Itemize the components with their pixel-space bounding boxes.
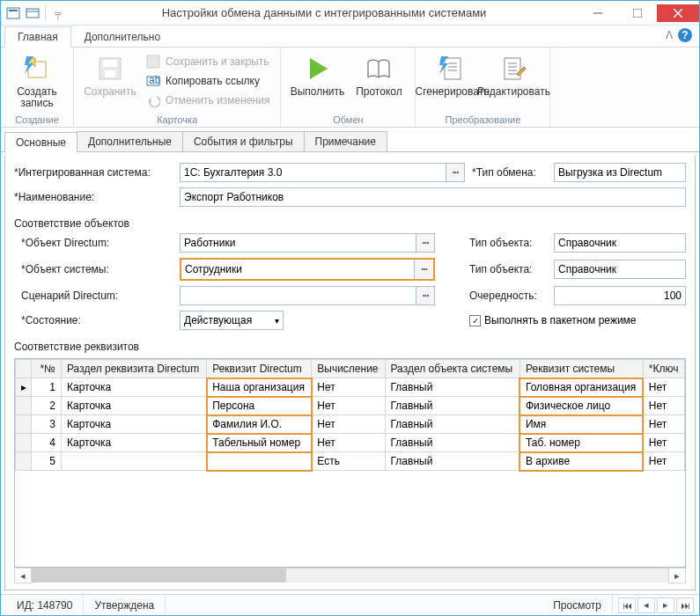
cell-key[interactable]: Нет bbox=[643, 434, 684, 452]
copy-link-icon: abc bbox=[146, 74, 160, 88]
nav-first-button[interactable]: ⏮ bbox=[618, 598, 636, 613]
cell-calc[interactable]: Нет bbox=[312, 434, 385, 452]
name-field[interactable]: Экспорт Работников bbox=[180, 187, 686, 207]
cell-req-directum[interactable] bbox=[207, 452, 312, 471]
col-section[interactable]: Раздел реквизита Directum bbox=[62, 360, 207, 378]
help-icon[interactable]: ? bbox=[678, 28, 692, 42]
object-type1-field[interactable]: Справочник bbox=[554, 233, 686, 253]
system-object-lookup-button[interactable]: ··· bbox=[414, 260, 433, 279]
nav-next-button[interactable]: ▸ bbox=[657, 598, 674, 613]
cell-section[interactable]: Карточка bbox=[62, 415, 207, 434]
edit-button[interactable]: Редактировать bbox=[483, 51, 544, 101]
status-id: ИД: 148790 bbox=[6, 595, 84, 615]
col-num[interactable]: *№ bbox=[32, 360, 62, 378]
integrated-system-field[interactable]: 1С: Бухгалтерия 3.0 bbox=[180, 163, 446, 182]
table-row[interactable]: 2КарточкаПерсонаНетГлавныйФизическое лиц… bbox=[16, 397, 685, 415]
table-row[interactable]: 5ЕстьГлавныйВ архивеНет bbox=[16, 452, 685, 471]
cell-sys-req[interactable]: В архиве bbox=[519, 452, 643, 471]
directum-scenario-field[interactable] bbox=[180, 286, 416, 305]
protocol-button[interactable]: Протокол bbox=[348, 51, 409, 101]
order-field[interactable]: 100 bbox=[554, 286, 686, 305]
table-row[interactable]: 4КарточкаТабельный номерНетГлавныйТаб. н… bbox=[16, 434, 685, 452]
page-tab-main[interactable]: Основные bbox=[4, 132, 77, 152]
cell-req-directum[interactable]: Табельный номер bbox=[207, 434, 312, 452]
directum-scenario-label: Сценарий Directum: bbox=[21, 290, 173, 302]
cell-sys-req[interactable]: Имя bbox=[519, 415, 643, 434]
page-tab-note[interactable]: Примечание bbox=[304, 131, 387, 151]
system-object-label: *Объект системы: bbox=[21, 263, 173, 275]
cell-sys-section[interactable]: Главный bbox=[385, 378, 519, 397]
cell-section[interactable] bbox=[62, 452, 207, 471]
ribbon-tab-extra[interactable]: Дополнительно bbox=[71, 26, 173, 47]
cell-num[interactable]: 1 bbox=[32, 378, 62, 397]
directum-object-field[interactable]: Работники bbox=[180, 233, 416, 253]
req-table: *№ Раздел реквизита Directum Реквизит Di… bbox=[15, 359, 685, 471]
cell-key[interactable]: Нет bbox=[643, 415, 684, 434]
cell-sys-req[interactable]: Физическое лицо bbox=[519, 397, 643, 415]
batch-mode-checkbox[interactable]: ✓ Выполнять в пакетном режиме bbox=[469, 314, 686, 326]
execute-button[interactable]: Выполнить bbox=[286, 51, 348, 101]
nav-prev-button[interactable]: ◂ bbox=[637, 598, 655, 613]
cell-req-directum[interactable]: Наша организация bbox=[207, 378, 312, 397]
page-tab-events[interactable]: События и фильтры bbox=[182, 131, 305, 151]
cell-section[interactable]: Карточка bbox=[62, 434, 207, 452]
copy-link-button[interactable]: abcКопировать ссылку bbox=[144, 72, 271, 90]
ribbon-tab-main[interactable]: Главная bbox=[4, 26, 71, 48]
horizontal-scrollbar[interactable]: ◂ ▸ bbox=[14, 568, 686, 583]
minimize-button[interactable] bbox=[578, 4, 617, 22]
close-button[interactable] bbox=[657, 4, 699, 22]
book-icon bbox=[365, 55, 393, 83]
directum-scenario-lookup-button[interactable]: ··· bbox=[416, 286, 435, 305]
scroll-left-button[interactable]: ◂ bbox=[14, 568, 32, 583]
cell-sys-section[interactable]: Главный bbox=[385, 452, 519, 471]
system-object-field[interactable]: Сотрудники bbox=[181, 260, 414, 279]
cell-section[interactable]: Карточка bbox=[62, 397, 207, 415]
cell-sys-section[interactable]: Главный bbox=[385, 397, 519, 415]
scroll-right-button[interactable]: ▸ bbox=[668, 568, 686, 583]
col-sys-section[interactable]: Раздел объекта системы bbox=[385, 360, 519, 378]
table-row[interactable]: 3КарточкаФамилия И.О.НетГлавныйИмяНет bbox=[16, 415, 685, 434]
col-key[interactable]: *Ключ bbox=[643, 360, 684, 378]
cell-num[interactable]: 5 bbox=[32, 452, 62, 471]
cell-calc[interactable]: Нет bbox=[312, 378, 385, 397]
cell-sys-req[interactable]: Головная организация bbox=[519, 378, 643, 397]
cell-num[interactable]: 2 bbox=[32, 397, 62, 415]
cell-calc[interactable]: Нет bbox=[312, 397, 385, 415]
save-button[interactable]: Сохранить bbox=[79, 51, 141, 101]
cell-num[interactable]: 4 bbox=[32, 434, 62, 452]
svg-rect-25 bbox=[505, 58, 520, 79]
cell-req-directum[interactable]: Персона bbox=[207, 397, 312, 415]
generate-button[interactable]: Сгенерировать bbox=[421, 51, 483, 101]
col-calc[interactable]: Вычисление bbox=[312, 360, 385, 378]
qat-card-icon[interactable] bbox=[26, 6, 40, 20]
cell-num[interactable]: 3 bbox=[32, 415, 62, 434]
cell-calc[interactable]: Есть bbox=[312, 452, 385, 471]
col-req-directum[interactable]: Реквизит Directum bbox=[207, 360, 312, 378]
exchange-type-field[interactable]: Выгрузка из Directum bbox=[554, 163, 686, 182]
cell-calc[interactable]: Нет bbox=[312, 415, 385, 434]
integrated-system-lookup-button[interactable]: ··· bbox=[446, 163, 465, 182]
cell-sys-section[interactable]: Главный bbox=[385, 434, 519, 452]
page-tab-extra[interactable]: Дополнительные bbox=[77, 131, 183, 151]
cell-req-directum[interactable]: Фамилия И.О. bbox=[207, 415, 312, 434]
cell-sys-section[interactable]: Главный bbox=[385, 415, 519, 434]
cell-sys-req[interactable]: Таб. номер bbox=[519, 434, 643, 452]
cell-key[interactable]: Нет bbox=[643, 397, 684, 415]
create-record-button[interactable]: Создать запись bbox=[6, 51, 68, 113]
col-sys-req[interactable]: Реквизит системы bbox=[519, 360, 643, 378]
cancel-changes-button[interactable]: Отменить изменения bbox=[144, 92, 271, 109]
object-type2-field[interactable]: Справочник bbox=[554, 260, 686, 279]
main-window: ╤ Настройки обмена данными с интегрирова… bbox=[0, 0, 700, 616]
directum-object-lookup-button[interactable]: ··· bbox=[416, 233, 435, 253]
nav-last-button[interactable]: ⏭ bbox=[676, 598, 694, 613]
save-close-button[interactable]: Сохранить и закрыть bbox=[144, 53, 271, 70]
maximize-button[interactable] bbox=[617, 4, 657, 22]
qat-dropdown-icon[interactable]: ╤ bbox=[51, 6, 65, 20]
ribbon-collapse-icon[interactable]: ᐱ bbox=[666, 29, 673, 41]
req-table-wrap[interactable]: *№ Раздел реквизита Directum Реквизит Di… bbox=[14, 358, 686, 568]
table-row[interactable]: ▸1КарточкаНаша организацияНетГлавныйГоло… bbox=[16, 378, 685, 397]
state-select[interactable]: Действующая ▾ bbox=[180, 311, 284, 330]
cell-key[interactable]: Нет bbox=[643, 452, 684, 471]
cell-section[interactable]: Карточка bbox=[62, 378, 207, 397]
cell-key[interactable]: Нет bbox=[643, 378, 684, 397]
